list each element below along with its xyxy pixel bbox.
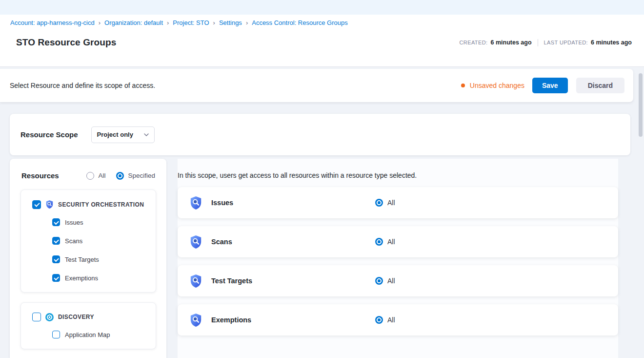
radio-all[interactable]: All: [86, 172, 105, 180]
breadcrumb-account[interactable]: Account: app-harness-ng-cicd: [10, 19, 95, 26]
breadcrumb-access-control[interactable]: Access Control: Resource Groups: [252, 19, 348, 26]
save-button[interactable]: Save: [532, 78, 568, 93]
resource-scope-dropdown[interactable]: Project only: [91, 126, 155, 143]
sto-shield-icon: [45, 200, 54, 209]
resource-row-label: Exemptions: [211, 316, 251, 324]
scope-detail-panel: In this scope, users get access to all r…: [178, 159, 618, 358]
scans-all-label: All: [387, 238, 395, 246]
resources-panel: Resources All Specified SECURITY ORCHEST…: [10, 159, 166, 358]
breadcrumb-separator-icon: ›: [246, 19, 248, 26]
issues-all-radio[interactable]: [375, 199, 383, 207]
discard-button[interactable]: Discard: [576, 78, 624, 93]
breadcrumb-separator-icon: ›: [99, 19, 101, 26]
top-background-strip: [0, 0, 644, 15]
scope-description: In this scope, users get access to all r…: [178, 159, 618, 179]
last-updated-value: 6 minutes ago: [591, 39, 632, 46]
sto-shield-icon: [189, 313, 202, 328]
breadcrumb-separator-icon: ›: [213, 19, 215, 26]
last-updated-label: LAST UPDATED:: [544, 40, 588, 45]
breadcrumb-separator-icon: ›: [167, 19, 169, 26]
group-header-discovery[interactable]: DISCOVERY: [21, 309, 156, 325]
vertical-scrollbar[interactable]: [639, 73, 643, 137]
resource-row-test-targets: Test Targets All: [178, 265, 618, 296]
breadcrumb: Account: app-harness-ng-cicd › Organizat…: [10, 19, 632, 26]
resource-group-discovery: DISCOVERY Application Map: [20, 302, 156, 349]
item-label: Application Map: [65, 331, 110, 338]
scans-checkbox[interactable]: [52, 237, 60, 245]
unsaved-dot-icon: [461, 84, 465, 87]
resources-title: Resources: [21, 171, 59, 180]
page-header: Account: app-harness-ng-cicd › Organizat…: [0, 15, 644, 67]
resource-row-scans: Scans All: [178, 226, 618, 257]
resource-row-issues: Issues All: [178, 187, 618, 218]
resource-scope-label: Resource Scope: [20, 130, 78, 139]
item-label: Exemptions: [65, 274, 98, 282]
resource-row-label: Test Targets: [211, 277, 252, 285]
issues-checkbox[interactable]: [52, 218, 60, 226]
created-label: CREATED:: [460, 40, 488, 45]
group-header-security-orchestration[interactable]: SECURITY ORCHESTRATION: [21, 196, 156, 213]
resource-group-security-orchestration: SECURITY ORCHESTRATION Issues Scans Test…: [20, 190, 156, 293]
group-title: DISCOVERY: [58, 314, 94, 320]
application-map-checkbox[interactable]: [52, 331, 60, 338]
meta-divider: [538, 39, 538, 46]
sto-shield-icon: [189, 274, 202, 289]
exemptions-all-label: All: [387, 316, 395, 324]
breadcrumb-project[interactable]: Project: STO: [173, 19, 209, 26]
chevron-down-icon: [144, 133, 149, 136]
resource-scope-card: Resource Scope Project only: [10, 114, 630, 155]
group-title: SECURITY ORCHESTRATION: [58, 201, 144, 208]
scans-all-radio[interactable]: [375, 238, 383, 246]
resource-item-test-targets[interactable]: Test Targets: [21, 250, 156, 269]
sto-shield-icon: [189, 195, 202, 211]
exemptions-checkbox[interactable]: [52, 274, 60, 282]
resource-item-scans[interactable]: Scans: [21, 232, 156, 250]
test-targets-all-label: All: [387, 277, 395, 285]
action-toolbar: Select Resource and define its scope of …: [0, 69, 633, 102]
security-orchestration-checkbox[interactable]: [32, 200, 41, 209]
resource-row-exemptions: Exemptions All: [178, 304, 618, 336]
resource-item-issues[interactable]: Issues: [21, 213, 156, 232]
radio-all-control[interactable]: [86, 172, 94, 180]
item-label: Scans: [65, 237, 82, 245]
breadcrumb-organization[interactable]: Organization: default: [104, 19, 163, 26]
item-label: Test Targets: [65, 256, 99, 263]
radio-specified[interactable]: Specified: [116, 172, 155, 180]
toolbar-description: Select Resource and define its scope of …: [10, 82, 155, 89]
discovery-checkbox[interactable]: [32, 313, 41, 321]
resource-scope-selected-value: Project only: [97, 131, 133, 138]
test-targets-all-radio[interactable]: [375, 277, 383, 285]
unsaved-changes-indicator: Unsaved changes: [461, 82, 524, 89]
breadcrumb-settings[interactable]: Settings: [219, 19, 242, 26]
resource-row-label: Scans: [211, 238, 232, 246]
page-title: STO Resource Groups: [16, 37, 116, 48]
issues-all-label: All: [387, 199, 395, 207]
radio-all-label: All: [98, 172, 105, 179]
resource-item-application-map[interactable]: Application Map: [21, 325, 156, 344]
resource-item-exemptions[interactable]: Exemptions: [21, 269, 156, 287]
sto-shield-icon: [189, 234, 202, 250]
test-targets-checkbox[interactable]: [52, 255, 60, 263]
unsaved-changes-label: Unsaved changes: [470, 82, 524, 89]
timestamps: CREATED: 6 minutes ago LAST UPDATED: 6 m…: [460, 39, 632, 46]
radio-specified-label: Specified: [128, 172, 155, 179]
discovery-icon: [45, 313, 54, 321]
exemptions-all-radio[interactable]: [375, 316, 383, 324]
item-label: Issues: [65, 219, 83, 226]
created-value: 6 minutes ago: [491, 39, 532, 46]
radio-specified-control[interactable]: [116, 172, 124, 180]
resource-row-label: Issues: [211, 199, 233, 207]
